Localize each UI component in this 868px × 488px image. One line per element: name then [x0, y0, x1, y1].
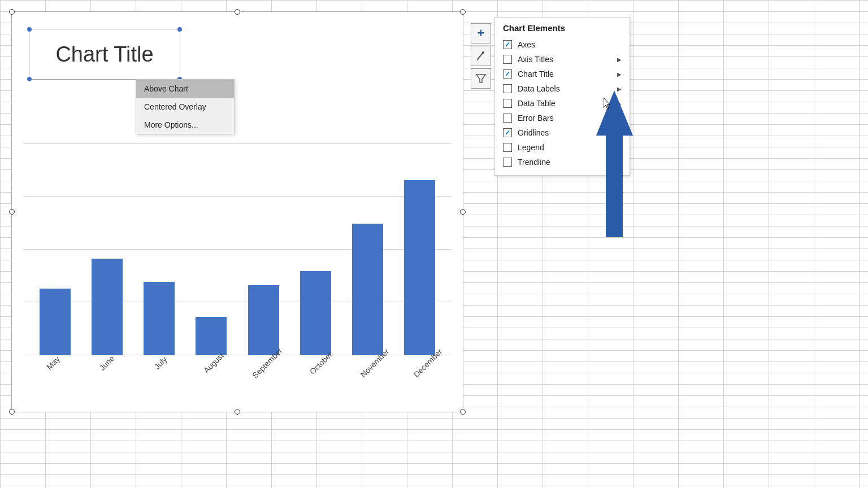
- handle-top-left[interactable]: [9, 9, 15, 15]
- submenu-item[interactable]: Above Chart: [136, 80, 234, 98]
- chart-title-text: Chart Title: [55, 42, 153, 67]
- bar-group: [342, 224, 394, 355]
- chart-bar[interactable]: [352, 224, 383, 355]
- submenu-item[interactable]: More Options...: [136, 116, 234, 134]
- panel-checkbox[interactable]: [503, 40, 512, 49]
- chart-container: Chart Title MayJuneJulyAugustSeptemberOc…: [11, 11, 463, 412]
- mouse-cursor: [604, 98, 613, 110]
- panel-checkbox[interactable]: [503, 114, 512, 123]
- handle-bot-right[interactable]: [460, 409, 466, 415]
- panel-checkbox[interactable]: [503, 128, 512, 137]
- svg-line-0: [478, 53, 483, 59]
- chart-filters-button[interactable]: [471, 68, 491, 89]
- panel-item-expand-arrow[interactable]: ▶: [617, 71, 622, 77]
- panel-item-label: Axis Titles: [518, 55, 617, 64]
- chart-title-container[interactable]: Chart Title: [29, 29, 180, 80]
- panel-checkbox[interactable]: [503, 84, 512, 93]
- svg-point-1: [482, 51, 484, 54]
- panel-checkbox[interactable]: [503, 143, 512, 152]
- filter-icon: [475, 73, 487, 84]
- panel-checkbox[interactable]: [503, 99, 512, 108]
- panel-item[interactable]: Axes: [495, 37, 630, 52]
- blue-arrow: [596, 90, 633, 237]
- bars-area: [23, 91, 452, 355]
- svg-marker-4: [604, 98, 610, 109]
- submenu-items-list: Above ChartCentered OverlayMore Options.…: [136, 80, 234, 134]
- chart-title-submenu: Above ChartCentered OverlayMore Options.…: [136, 79, 235, 134]
- panel-item-expand-arrow[interactable]: ▶: [617, 56, 622, 63]
- brush-icon: [475, 50, 487, 62]
- svg-marker-3: [596, 90, 633, 237]
- title-handle-bl[interactable]: [27, 77, 32, 81]
- handle-top-center[interactable]: [235, 9, 240, 15]
- chart-bar[interactable]: [92, 259, 123, 355]
- x-axis-labels: MayJuneJulyAugustSeptemberOctoberNovembe…: [23, 355, 452, 412]
- panel-item[interactable]: Chart Title▶: [495, 67, 630, 81]
- chart-bar[interactable]: [248, 285, 279, 355]
- handle-bot-left[interactable]: [9, 409, 15, 415]
- chart-bar[interactable]: [144, 282, 175, 355]
- chart-bar[interactable]: [300, 271, 331, 355]
- bar-group: [394, 180, 446, 355]
- title-handle-tl[interactable]: [27, 27, 32, 32]
- svg-marker-2: [476, 75, 485, 82]
- panel-checkbox[interactable]: [503, 55, 512, 64]
- panel-checkbox[interactable]: [503, 69, 512, 79]
- bar-group: [289, 271, 341, 355]
- panel-item-label: Axes: [518, 40, 622, 49]
- add-element-button[interactable]: +: [471, 23, 491, 43]
- chart-plot-area: [23, 91, 452, 355]
- handle-mid-right[interactable]: [460, 209, 466, 215]
- bar-group: [81, 259, 133, 355]
- panel-checkbox[interactable]: [503, 158, 512, 167]
- chart-buttons: +: [471, 23, 491, 89]
- panel-item[interactable]: Axis Titles▶: [495, 52, 630, 67]
- panel-title: Chart Elements: [495, 18, 630, 37]
- handle-top-right[interactable]: [460, 9, 466, 15]
- handle-mid-left[interactable]: [9, 209, 15, 215]
- title-handle-tr[interactable]: [177, 27, 182, 32]
- chart-styles-button[interactable]: [471, 46, 491, 66]
- submenu-item[interactable]: Centered Overlay: [136, 98, 234, 116]
- chart-bar[interactable]: [404, 180, 435, 355]
- panel-item-label: Chart Title: [518, 69, 617, 79]
